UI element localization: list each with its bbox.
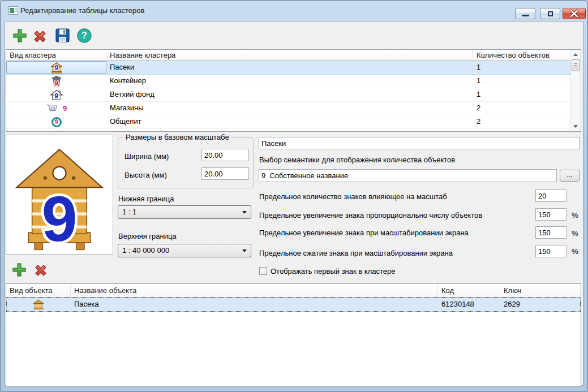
limit-enlarge-objects-input[interactable] [535, 208, 566, 221]
percent-label: % [572, 211, 578, 219]
show-first-sign-checkbox[interactable] [259, 267, 267, 275]
beehive-preview-icon: 9 [6, 135, 113, 254]
column-header-key[interactable]: Ключ [500, 284, 581, 297]
cluster-icon-cell: 9 [6, 102, 106, 115]
cluster-name: Магазины [106, 102, 473, 115]
show-first-sign-label: Отображать первый знак в кластере [271, 267, 396, 275]
preview-badge: 9 [41, 183, 77, 254]
maximize-icon [548, 11, 553, 16]
save-button[interactable] [54, 27, 71, 44]
thumb-grip-icon [574, 63, 577, 68]
upper-bound-label: Верхняя граница [118, 232, 177, 240]
add-object-button[interactable] [11, 261, 28, 278]
cluster-badge: 9 [54, 80, 58, 87]
column-header-object-name[interactable]: Название объекта [71, 284, 438, 297]
ring-icon: 9 [51, 117, 62, 127]
close-icon [563, 8, 585, 19]
table-row-container[interactable]: 9 Контейнер 1 [6, 75, 571, 88]
delete-cluster-button[interactable] [31, 28, 48, 45]
scrollbar-thumb[interactable] [572, 59, 580, 71]
cluster-badge: 9 [54, 64, 58, 71]
column-header-object-count[interactable]: Количество объектов [473, 50, 571, 61]
minimize-icon [522, 15, 529, 16]
table-row-obshchepit[interactable]: 9 Общепит 2 [6, 115, 571, 129]
limit-compress-screen-input[interactable] [535, 245, 566, 257]
delete-object-button[interactable] [32, 262, 49, 279]
partial-icon [52, 131, 61, 131]
object-icon-cell [6, 298, 71, 311]
table-row-partial[interactable]: А 1 [6, 129, 571, 131]
close-button[interactable] [563, 8, 586, 19]
cluster-count: 1 [473, 75, 571, 88]
limit-signs-input[interactable] [535, 189, 566, 202]
limit-enlarge-objects-label: Предельное увеличение знака пропорционал… [259, 211, 482, 219]
table-row-paseki[interactable]: 9 Пасеки 1 [6, 61, 571, 75]
application-window: Редактирование таблицы кластеров [0, 0, 588, 392]
object-name: Пасека [71, 298, 438, 311]
cluster-badge: 9 [54, 119, 58, 125]
chevron-down-icon [242, 249, 247, 252]
delete-x-icon [33, 263, 48, 278]
help-glyph: ? [81, 31, 87, 41]
semantic-input[interactable] [259, 169, 557, 182]
limit-enlarge-screen-input[interactable] [535, 226, 566, 239]
size-groupbox: Размеры в базовом масштабе Ширина (мм) В… [118, 137, 254, 188]
height-label: Высота (мм) [125, 171, 167, 179]
size-groupbox-legend: Размеры в базовом масштабе [123, 133, 231, 141]
cluster-name: А [106, 129, 473, 131]
object-table-empty-area [6, 312, 581, 386]
object-key: 2629 [500, 298, 581, 311]
chevron-down-icon [242, 211, 247, 214]
window-title: Редактирование таблицы кластеров [20, 6, 144, 15]
cluster-badge: 9 [54, 93, 58, 100]
semantic-label: Выбор семантики для отображения количест… [259, 156, 455, 164]
table-row-vethiy-fond[interactable]: 9 Ветхий фонд 1 [6, 88, 571, 102]
cluster-count: 1 [473, 129, 571, 131]
scroll-down-button[interactable] [572, 122, 580, 131]
column-header-code[interactable]: Код [438, 284, 500, 297]
cluster-table-scrollbar[interactable] [570, 50, 580, 131]
lower-bound-value: 1 : 1 [122, 208, 136, 216]
shopping-cart-icon [46, 104, 58, 113]
client-area: ? Вид кластера Название кластера Количес… [5, 21, 583, 386]
width-input[interactable] [201, 149, 249, 161]
column-header-object-view[interactable]: Вид объекта [6, 284, 71, 297]
maximize-button[interactable] [540, 8, 560, 19]
cluster-icon-cell: 9 [6, 115, 106, 128]
cluster-name: Общепит [106, 115, 473, 128]
height-input[interactable] [201, 167, 249, 180]
lower-bound-label: Нижняя граница [118, 195, 174, 203]
cluster-name-input[interactable] [259, 137, 580, 149]
cluster-count: 1 [473, 88, 571, 101]
column-header-cluster-name[interactable]: Название кластера [106, 50, 473, 61]
arrow-up-icon [573, 53, 578, 56]
add-plus-icon [12, 28, 28, 44]
cluster-table-header: Вид кластера Название кластера Количеств… [6, 50, 581, 61]
cluster-preview: 9 [6, 135, 113, 255]
help-button[interactable]: ? [76, 27, 93, 44]
table-row-magaziny[interactable]: 9 Магазины 2 [6, 102, 571, 115]
cluster-count: 2 [473, 102, 571, 115]
add-cluster-button[interactable] [11, 27, 28, 44]
minimize-button[interactable] [515, 8, 535, 19]
delete-x-icon [32, 29, 48, 44]
column-header-cluster-view[interactable]: Вид кластера [6, 50, 106, 61]
semantic-browse-button[interactable]: ... [560, 170, 580, 182]
cluster-badge: 9 [63, 105, 67, 112]
cluster-count: 1 [473, 61, 571, 74]
cluster-table-body: 9 Пасеки 1 [6, 61, 571, 131]
beehive-icon [32, 299, 45, 310]
window-frame: Редактирование таблицы кластеров [0, 0, 588, 392]
object-row-paseka[interactable]: Пасека 61230148 2629 [6, 298, 581, 312]
lower-bound-combobox[interactable]: 1 : 1 [118, 205, 251, 219]
cluster-icon-cell [6, 129, 106, 131]
cluster-icon-cell: 9 [6, 88, 106, 101]
arrow-down-icon [573, 125, 578, 128]
object-code: 61230148 [438, 298, 500, 311]
percent-label: % [572, 229, 578, 238]
titlebar: Редактирование таблицы кластеров [1, 1, 587, 20]
upper-bound-combobox[interactable]: 1 : 40 000 000 [118, 244, 251, 257]
percent-label: % [572, 247, 578, 256]
cluster-count: 2 [473, 115, 571, 128]
scroll-up-button[interactable] [572, 50, 580, 59]
